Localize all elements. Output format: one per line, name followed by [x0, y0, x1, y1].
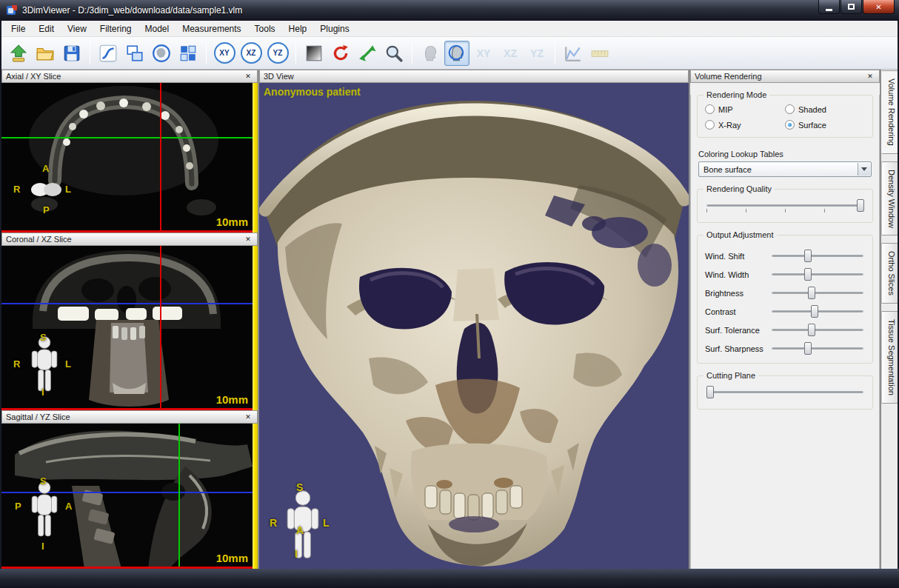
volume-rendering-toggle[interactable] — [444, 41, 469, 66]
sagittal-close-button[interactable]: ✕ — [243, 412, 253, 422]
refresh-view-button[interactable] — [328, 41, 353, 66]
curve-icon — [98, 44, 118, 63]
tab-ortho-slices[interactable]: Ortho Slices — [881, 243, 899, 304]
menu-view[interactable]: View — [61, 21, 93, 36]
radio-xray[interactable]: X-Ray — [705, 120, 785, 130]
window-title: 3DimViewer - D:/3dim_web/download/data/s… — [22, 5, 242, 16]
slider-thumb[interactable] — [706, 386, 714, 398]
contrast-slider[interactable] — [770, 304, 865, 318]
app-logo-icon — [6, 4, 18, 16]
coronal-close-button[interactable]: ✕ — [243, 234, 253, 244]
zoom-button[interactable] — [381, 41, 407, 66]
radio-shaded[interactable]: Shaded — [785, 104, 865, 114]
wind-shift-slider[interactable] — [770, 249, 865, 263]
lookup-table-select[interactable]: Bone surface — [698, 161, 872, 177]
xy-slice-toggle[interactable]: XY — [212, 41, 237, 66]
load-volume-button[interactable] — [6, 41, 31, 66]
surf-sharpness-slider[interactable] — [770, 341, 865, 355]
radio-surface[interactable]: Surface — [785, 120, 865, 130]
menu-help[interactable]: Help — [282, 21, 314, 36]
menu-filtering[interactable]: Filtering — [93, 21, 138, 36]
slider-track[interactable] — [772, 329, 863, 331]
slider-thumb[interactable] — [804, 250, 812, 262]
slider-thumb[interactable] — [804, 342, 812, 355]
tile-windows-button[interactable] — [176, 41, 201, 66]
axial-slice-view[interactable]: A R L P 10mm — [1, 83, 258, 233]
slider-track[interactable] — [706, 204, 863, 207]
surf-tolerance-slider[interactable] — [770, 323, 865, 337]
volume-panel-close-button[interactable]: ✕ — [865, 71, 875, 81]
axial-orient-posterior: P — [43, 204, 50, 216]
slider-track[interactable] — [772, 292, 863, 294]
slider-track[interactable] — [772, 273, 863, 275]
radio-xray-label: X-Ray — [718, 121, 741, 130]
radio-shaded-dot — [785, 104, 795, 114]
tab-volume-rendering[interactable]: Volume Rendering — [881, 70, 899, 154]
slider-track[interactable] — [772, 255, 863, 257]
axial-position-slider[interactable] — [253, 83, 258, 233]
axial-scale-ruler — [1, 230, 253, 233]
radio-mip[interactable]: MIP — [705, 104, 785, 114]
menu-model[interactable]: Model — [138, 21, 176, 36]
wind-width-slider[interactable] — [770, 267, 865, 281]
lookup-tables-label: Coloring Lookup Tables — [698, 150, 872, 158]
slider-track[interactable] — [706, 391, 863, 393]
dropdown-arrow-icon — [858, 163, 870, 176]
coronal-position-slider[interactable] — [253, 246, 258, 410]
menu-edit[interactable]: Edit — [32, 21, 61, 36]
cutting-plane-slider[interactable] — [705, 385, 865, 401]
slider-track[interactable] — [772, 347, 863, 350]
open-file-button[interactable] — [33, 41, 58, 66]
sagittal-slice-view[interactable]: S P A I 10mm — [1, 424, 258, 569]
density-curve-button[interactable] — [96, 41, 121, 66]
menu-measurements[interactable]: Measurements — [176, 21, 247, 36]
view3d-panel-header: 3D View — [259, 70, 689, 83]
tab-tissue-segmentation[interactable]: Tissue Segmentation — [881, 311, 899, 404]
coronal-panel-header: Coronal / XZ Slice ✕ — [1, 233, 258, 246]
rendering-quality-title: Rendering Quality — [704, 184, 775, 193]
maximize-button[interactable] — [840, 0, 862, 14]
maximize-icon — [848, 4, 855, 10]
tab-density-window[interactable]: Density Window — [881, 161, 899, 236]
menu-tools[interactable]: Tools — [248, 21, 282, 36]
transfer-function-button[interactable] — [301, 41, 327, 66]
volume-rendering-panel: Volume Rendering ✕ Rendering Mode MIP Sh… — [690, 70, 880, 569]
view3d-orient-superior: S — [296, 481, 303, 493]
menu-file[interactable]: File — [4, 21, 32, 36]
slices-view-button — [418, 41, 443, 66]
rendering-quality-slider[interactable] — [705, 198, 865, 215]
minimize-button[interactable] — [818, 0, 840, 14]
axial-close-button[interactable]: ✕ — [243, 71, 253, 81]
slider-thumb[interactable] — [857, 199, 864, 212]
lookup-table-value: Bone surface — [704, 165, 752, 174]
slider-thumb[interactable] — [808, 324, 815, 336]
head-circle-icon — [152, 44, 171, 63]
coronal-slice-view[interactable]: S R L I 10mm — [1, 246, 258, 410]
close-icon: ✕ — [875, 3, 881, 11]
sagittal-position-slider[interactable] — [253, 424, 258, 569]
yz-slice-toggle[interactable]: YZ — [265, 41, 290, 66]
save-icon — [62, 44, 81, 63]
slider-thumb[interactable] — [808, 287, 815, 299]
measure-button — [587, 41, 612, 66]
wind-width-label: Wind. Width — [705, 270, 770, 279]
toolbar-separator — [295, 42, 296, 64]
view3d-orient-right: R — [270, 517, 277, 529]
scene-view-button[interactable] — [149, 41, 174, 66]
axial-slice-image — [1, 83, 253, 233]
fit-view-button[interactable] — [355, 41, 380, 66]
panels-layout-button[interactable] — [122, 41, 147, 66]
xz-slice-toggle[interactable]: XZ — [238, 41, 264, 66]
save-button[interactable] — [59, 41, 84, 66]
slider-thumb[interactable] — [804, 268, 812, 281]
view3d-viewport[interactable]: Anonymous patient S R A L I — [259, 83, 689, 569]
brightness-label: Brightness — [705, 289, 770, 298]
sagittal-orient-posterior: P — [15, 501, 21, 512]
coronal-scale-label: 10mm — [216, 393, 248, 406]
close-button[interactable]: ✕ — [863, 0, 895, 14]
rendering-mode-title: Rendering Mode — [704, 90, 769, 99]
brightness-slider[interactable] — [770, 286, 865, 300]
view3d-panel: 3D View — [259, 70, 689, 569]
slider-thumb[interactable] — [811, 305, 818, 318]
menu-plugins[interactable]: Plugins — [313, 21, 355, 36]
